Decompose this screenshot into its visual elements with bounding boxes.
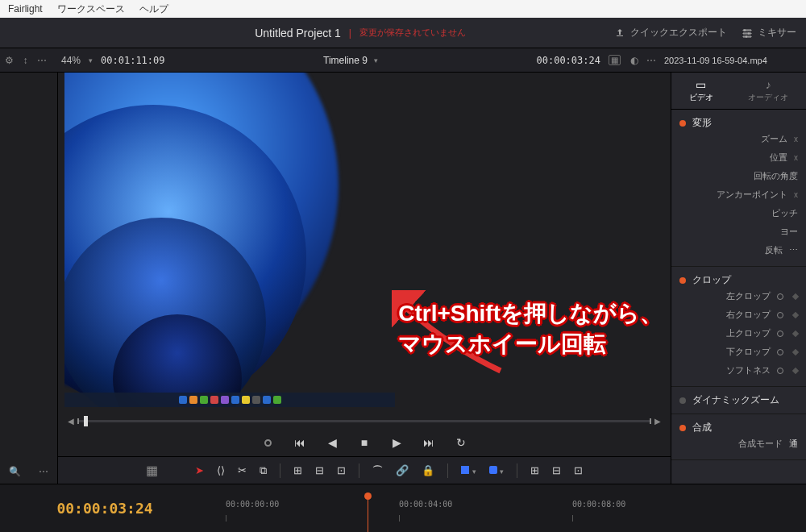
svg-point-0 — [744, 29, 746, 31]
enable-dot[interactable] — [679, 277, 686, 284]
settings-icon[interactable]: ⚙ — [5, 55, 14, 66]
menu-item[interactable]: Fairlight — [8, 3, 43, 15]
header-bar: Untitled Project 1 | 変更が保存されていません クイックエク… — [0, 18, 806, 48]
prev-button[interactable]: ⏮ — [293, 436, 307, 449]
tool-icon[interactable]: ⊡ — [574, 464, 583, 476]
chevron-down-icon: ▾ — [374, 56, 378, 64]
tool-icon[interactable]: ⊟ — [552, 464, 561, 476]
timeline-name-dropdown[interactable]: Timeline 9 ▾ — [323, 55, 378, 66]
viewer-pane: Ctrl+Shiftを押しながら、 マウスホイール回転 ◀ ▶ ⏮ ◀ ■ ▶ … — [58, 73, 671, 484]
unsaved-notice: 変更が保存されていません — [359, 27, 466, 39]
tab-audio[interactable]: ♪ オーディオ — [748, 79, 788, 103]
more-icon[interactable]: ⋯ — [789, 245, 798, 256]
play-reverse-button[interactable]: ◀ — [325, 436, 339, 449]
razor-tool[interactable]: ⧉ — [260, 464, 267, 477]
project-title: Untitled Project 1 — [255, 27, 341, 39]
blade-tool[interactable]: ✂ — [238, 464, 247, 476]
audio-icon: ♪ — [762, 79, 774, 90]
transport-controls: ⏮ ◀ ■ ▶ ⏭ ↻ — [58, 429, 671, 456]
replace-icon[interactable]: ⊡ — [337, 464, 346, 476]
loop-button[interactable]: ↻ — [454, 436, 468, 449]
section-header[interactable]: 合成 — [679, 421, 798, 434]
play-button[interactable]: ▶ — [389, 436, 404, 449]
more-icon[interactable]: ⋯ — [37, 55, 47, 66]
export-icon — [614, 27, 625, 39]
enable-dot[interactable] — [679, 425, 686, 431]
lock-icon[interactable]: 🔒 — [422, 464, 434, 476]
svg-point-2 — [746, 35, 747, 37]
playhead[interactable] — [368, 493, 368, 532]
enable-dot[interactable] — [679, 120, 686, 127]
section-dynamic-zoom: ダイナミックズーム — [671, 387, 806, 414]
mark-out-icon: ▶ — [654, 417, 661, 426]
mixer-icon — [742, 27, 753, 39]
more-icon[interactable]: ⋯ — [646, 55, 656, 66]
section-header[interactable]: 変形 — [679, 116, 798, 130]
marker-blue[interactable]: ▾ — [489, 464, 505, 476]
magnet-icon[interactable]: ⌒ — [372, 463, 383, 478]
timeline-area: 00:00:03:24 00:00:00:00 00:00:04:00 00:0… — [0, 484, 806, 532]
layout-icon[interactable]: ▦ — [146, 463, 158, 478]
sort-icon[interactable]: ↕ — [23, 55, 27, 66]
next-button[interactable]: ⏭ — [422, 436, 436, 449]
mixer-button[interactable]: ミキサー — [742, 26, 796, 39]
workspace: 🔍 ⋯ — [0, 73, 806, 484]
taskbar-preview — [64, 393, 395, 407]
os-menu-bar: Fairlight ワークスペース ヘルプ — [0, 0, 806, 18]
annotation-text: Ctrl+Shiftを押しながら、 マウスホイール回転 — [398, 298, 663, 360]
section-crop: クロップ 左クロップ 右クロップ 上クロップ 下クロップ ソフトネス — [671, 267, 806, 387]
overwrite-icon[interactable]: ⊟ — [315, 464, 324, 476]
svg-point-1 — [748, 32, 750, 34]
tc-format-icon[interactable]: ▦ — [609, 55, 621, 65]
clip-filename: 2023-11-09 16-59-04.mp4 — [664, 56, 800, 65]
section-header[interactable]: クロップ — [679, 273, 798, 287]
viewer-info-bar: ⚙ ↕ ⋯ 44% ▾ 00:01:11:09 Timeline 9 ▾ 00:… — [0, 48, 806, 73]
tool-icon[interactable]: ⊞ — [530, 464, 539, 476]
enable-dot[interactable] — [679, 397, 686, 404]
menu-item[interactable]: ワークスペース — [57, 2, 125, 16]
stop-button[interactable]: ■ — [357, 436, 372, 449]
section-header[interactable]: ダイナミックズーム — [679, 393, 798, 407]
timeline-toolbar: ▦ ➤ ⟨⟩ ✂ ⧉ ⊞ ⊟ ⊡ ⌒ 🔗 🔒 ▾ ▾ ⊞ ⊟ ⊡ — [58, 456, 671, 484]
menu-item[interactable]: ヘルプ — [139, 2, 168, 16]
insert-icon[interactable]: ⊞ — [293, 464, 302, 476]
mark-in-icon: ◀ — [68, 417, 74, 426]
search-icon[interactable]: 🔍 — [9, 466, 21, 477]
link-icon[interactable]: 🔗 — [396, 464, 409, 476]
timeline-ruler[interactable]: 00:00:00:00 00:00:04:00 00:00:08:00 — [210, 484, 806, 532]
pointer-tool[interactable]: ➤ — [195, 464, 204, 476]
timeline-current-timecode[interactable]: 00:00:03:24 — [56, 500, 152, 517]
quick-export-button[interactable]: クイックエクスポート — [614, 26, 727, 39]
inspector-panel: ▭ ビデオ ♪ オーディオ 変形 ズームx 位置x 回転の角度 アンカーポイント… — [671, 73, 806, 484]
chevron-down-icon[interactable]: ▾ — [89, 56, 93, 64]
flag-blue[interactable]: ▾ — [461, 464, 476, 476]
trim-tool[interactable]: ⟨⟩ — [217, 464, 225, 476]
record-button[interactable] — [260, 436, 275, 449]
viewer[interactable]: Ctrl+Shiftを押しながら、 マウスホイール回転 — [58, 73, 671, 413]
tab-video[interactable]: ▭ ビデオ — [689, 79, 713, 103]
section-composite: 合成 合成モード通 — [671, 414, 806, 460]
more-icon[interactable]: ⋯ — [39, 466, 48, 477]
viewer-frame — [64, 73, 395, 407]
bypass-icon[interactable]: ◐ — [630, 55, 638, 66]
section-transform: 変形 ズームx 位置x 回転の角度 アンカーポイントx ピッチ ヨー 反転⋯ — [671, 110, 806, 267]
viewer-scrubber[interactable]: ◀ ▶ — [58, 413, 671, 429]
source-timecode: 00:01:11:09 — [101, 55, 164, 66]
record-timecode: 00:00:03:24 — [537, 55, 600, 66]
video-icon: ▭ — [696, 79, 707, 90]
zoom-level[interactable]: 44% — [61, 55, 81, 66]
left-gutter: 🔍 ⋯ — [0, 73, 58, 484]
